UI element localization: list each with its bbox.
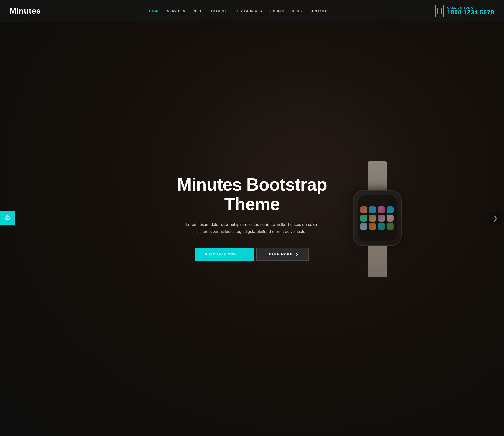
purchase-now-button[interactable]: PURCHASE NOW 🛒 bbox=[195, 248, 254, 261]
watch-screen bbox=[358, 195, 397, 241]
nav-item-contact: CONTACT bbox=[310, 9, 327, 13]
site-logo[interactable]: Minutes bbox=[10, 7, 41, 16]
nav-item-testimonials: TESTIMONIALS bbox=[235, 9, 262, 13]
app-icon-11 bbox=[378, 223, 385, 230]
nav-link-services[interactable]: SERVICES bbox=[167, 9, 185, 13]
learn-label: LEARN MORE bbox=[267, 252, 292, 256]
main-nav: HOME SERVICES INFO FEATURES TESTIMONIALS… bbox=[149, 9, 327, 13]
purchase-label: PURCHASE NOW bbox=[205, 252, 237, 256]
nav-link-pricing[interactable]: PRICING bbox=[269, 9, 284, 13]
header: Minutes HOME SERVICES INFO FEATURES TEST… bbox=[0, 0, 504, 22]
app-icon-5 bbox=[360, 215, 367, 222]
watch-band-top bbox=[368, 161, 387, 191]
nav-link-home[interactable]: HOME bbox=[149, 9, 160, 13]
hero-section: ❮ ❯ Minutes Bootstrap Theme Lorem ipsum … bbox=[0, 0, 504, 436]
app-icon-9 bbox=[360, 223, 367, 230]
learn-more-button[interactable]: LEARN MORE ❯ bbox=[256, 248, 309, 261]
svg-rect-1 bbox=[439, 13, 440, 13]
hero-buttons: PURCHASE NOW 🛒 LEARN MORE ❯ bbox=[167, 248, 337, 261]
app-icon-4 bbox=[387, 206, 394, 213]
app-icon-10 bbox=[369, 223, 376, 230]
svg-rect-0 bbox=[437, 8, 441, 14]
watch-band-bottom bbox=[368, 246, 387, 277]
settings-button[interactable]: ⚙ bbox=[0, 211, 15, 225]
app-icon-3 bbox=[378, 206, 385, 213]
hero-title: Minutes Bootstrap Theme bbox=[167, 175, 337, 213]
phone-icon bbox=[435, 5, 444, 17]
app-icon-1 bbox=[360, 206, 367, 213]
nav-item-home: HOME bbox=[149, 9, 160, 13]
app-icon-6 bbox=[369, 215, 376, 222]
cart-icon: 🛒 bbox=[240, 252, 244, 256]
phone-number: 1800 1234 5678 bbox=[447, 9, 494, 16]
hero-subtitle: Lorem ipsum dolor sit amet ipsum lectus … bbox=[184, 221, 320, 235]
app-icon-8 bbox=[387, 215, 394, 222]
contact-box: CALL US TODAY 1800 1234 5678 bbox=[435, 5, 494, 17]
app-icon-12 bbox=[387, 223, 394, 230]
contact-info: CALL US TODAY 1800 1234 5678 bbox=[447, 6, 494, 16]
nav-list: HOME SERVICES INFO FEATURES TESTIMONIALS… bbox=[149, 9, 327, 13]
slider-arrow-right[interactable]: ❯ bbox=[489, 212, 502, 224]
nav-item-blog: BLOG bbox=[292, 9, 302, 13]
hero-content: Minutes Bootstrap Theme Lorem ipsum dolo… bbox=[157, 175, 347, 261]
call-label: CALL US TODAY bbox=[447, 6, 494, 9]
chevron-right-icon: ❯ bbox=[295, 252, 299, 256]
app-icon-7 bbox=[378, 215, 385, 222]
nav-link-features[interactable]: FEATURES bbox=[209, 9, 228, 13]
app-icon-2 bbox=[369, 206, 376, 213]
nav-link-info[interactable]: INFO bbox=[193, 9, 201, 13]
nav-link-contact[interactable]: CONTACT bbox=[310, 9, 327, 13]
nav-link-blog[interactable]: BLOG bbox=[292, 9, 302, 13]
nav-item-services: SERVICES bbox=[167, 9, 185, 13]
nav-item-pricing: PRICING bbox=[269, 9, 284, 13]
gear-icon: ⚙ bbox=[5, 215, 10, 221]
nav-item-features: FEATURES bbox=[209, 9, 228, 13]
watch-body bbox=[353, 190, 402, 246]
nav-item-info: INFO bbox=[193, 9, 201, 13]
nav-link-testimonials[interactable]: TESTIMONIALS bbox=[235, 9, 262, 13]
